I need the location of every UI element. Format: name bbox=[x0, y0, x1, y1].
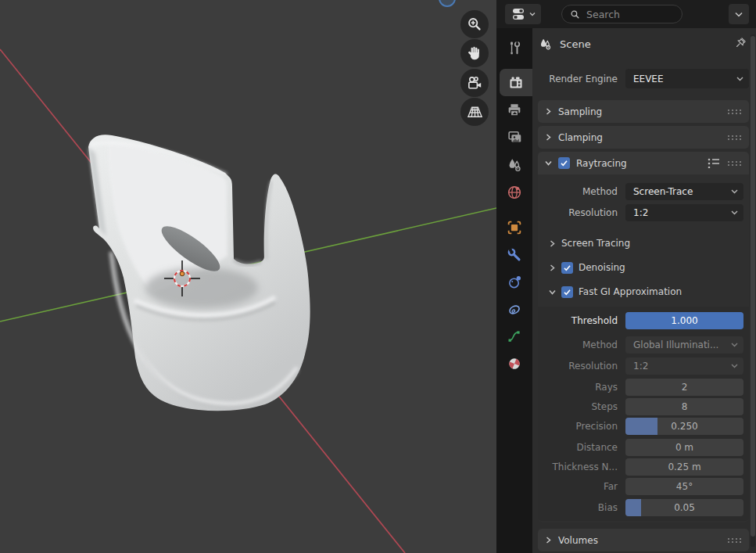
checkmark-icon bbox=[563, 288, 571, 296]
editor-type-button[interactable] bbox=[505, 4, 541, 24]
tab-constraints[interactable] bbox=[496, 296, 532, 323]
denoising-checkbox[interactable] bbox=[561, 262, 573, 274]
gi-method-row: Method Global Illuminati... bbox=[545, 336, 743, 354]
chevron-down-icon bbox=[529, 12, 536, 16]
navigation-gizmo-arc[interactable] bbox=[439, 0, 455, 6]
thickness-field[interactable]: 0.25 m bbox=[625, 458, 743, 476]
render-engine-dropdown[interactable]: EEVEE bbox=[625, 69, 749, 88]
drag-grip-icon[interactable] bbox=[727, 135, 742, 141]
zoom-button[interactable] bbox=[460, 10, 489, 38]
slider-fill bbox=[625, 499, 641, 516]
chevron-down-icon bbox=[731, 364, 738, 368]
camera-view-icon bbox=[466, 74, 484, 92]
panel-volumes[interactable]: Volumes bbox=[538, 529, 749, 551]
tab-render[interactable] bbox=[500, 69, 532, 96]
method-dropdown[interactable]: Screen-Trace bbox=[625, 183, 743, 200]
tab-object[interactable] bbox=[496, 214, 532, 241]
pan-button[interactable] bbox=[460, 39, 489, 67]
camera-view-button[interactable] bbox=[460, 69, 489, 97]
raytracing-resolution-row: Resolution 1:2 bbox=[545, 204, 743, 221]
chevron-down-icon bbox=[549, 289, 556, 296]
chevron-down-icon bbox=[731, 189, 738, 194]
resolution-label: Resolution bbox=[545, 204, 618, 221]
object-origin-dot bbox=[180, 271, 185, 276]
chevron-down-icon bbox=[731, 210, 738, 215]
drag-grip-icon[interactable] bbox=[727, 160, 742, 167]
thickness-row: Thickness N... 0.25 m bbox=[545, 458, 743, 476]
pin-icon bbox=[734, 36, 747, 49]
threshold-slider[interactable]: 1.000 bbox=[625, 312, 743, 329]
rays-label: Rays bbox=[545, 379, 618, 396]
perspective-toggle-button[interactable] bbox=[460, 98, 489, 126]
scrollbar-thumb[interactable] bbox=[751, 36, 755, 537]
panel-scrollbar[interactable] bbox=[751, 34, 755, 547]
steps-field[interactable]: 8 bbox=[625, 398, 743, 415]
bias-value: 0.05 bbox=[674, 502, 695, 513]
pin-button[interactable] bbox=[734, 36, 747, 52]
breadcrumb-scene-label[interactable]: Scene bbox=[560, 38, 591, 50]
rays-field[interactable]: 2 bbox=[625, 379, 743, 396]
panel-clamping[interactable]: Clamping bbox=[538, 126, 749, 149]
output-printer-icon bbox=[506, 102, 523, 119]
steps-row: Steps 8 bbox=[545, 398, 743, 415]
subpanel-denoising[interactable]: Denoising bbox=[549, 259, 625, 276]
panel-sampling[interactable]: Sampling bbox=[538, 100, 749, 123]
far-row: Far 45° bbox=[545, 478, 743, 495]
render-engine-value: EEVEE bbox=[633, 74, 664, 84]
panel-raytracing[interactable]: Raytracing bbox=[538, 152, 749, 174]
render-engine-label: Render Engine bbox=[532, 70, 618, 88]
object-icon bbox=[506, 219, 523, 236]
3d-viewport[interactable] bbox=[0, 0, 496, 553]
tab-output[interactable] bbox=[496, 96, 532, 124]
resolution-dropdown[interactable]: 1:2 bbox=[625, 204, 743, 221]
subpanel-label: Denoising bbox=[579, 262, 625, 273]
threshold-label: Threshold bbox=[545, 312, 618, 329]
tab-world[interactable] bbox=[496, 178, 532, 206]
gi-resolution-label: Resolution bbox=[545, 357, 618, 375]
perspective-grid-icon bbox=[466, 103, 484, 121]
panel-label: Raytracing bbox=[576, 158, 627, 169]
thickness-value: 0.25 m bbox=[668, 461, 700, 472]
tab-view-layer[interactable] bbox=[496, 124, 532, 151]
properties-editor-icon bbox=[511, 7, 527, 21]
gi-resolution-value: 1:2 bbox=[633, 361, 648, 372]
physics-icon bbox=[506, 274, 523, 291]
breadcrumb: Scene bbox=[538, 34, 591, 53]
chevron-right-icon bbox=[545, 537, 552, 544]
drag-grip-icon[interactable] bbox=[727, 109, 742, 115]
fast-gi-checkbox[interactable] bbox=[561, 286, 573, 298]
subpanel-fast-gi[interactable]: Fast GI Approximation bbox=[549, 283, 682, 300]
bias-slider[interactable]: 0.05 bbox=[625, 499, 743, 516]
world-icon bbox=[506, 184, 523, 201]
subpanel-screen-tracing[interactable]: Screen Tracing bbox=[549, 235, 630, 252]
mesh-object[interactable] bbox=[88, 135, 310, 411]
modifiers-wrench-icon bbox=[506, 246, 523, 264]
tab-scene[interactable] bbox=[496, 151, 532, 178]
tab-data[interactable] bbox=[496, 322, 532, 350]
chevron-down-icon bbox=[736, 77, 743, 81]
precision-slider[interactable]: 0.250 bbox=[625, 418, 743, 435]
tab-modifiers[interactable] bbox=[496, 241, 532, 268]
rays-value: 2 bbox=[682, 382, 688, 393]
chevron-right-icon bbox=[549, 240, 556, 247]
search-input[interactable]: Search bbox=[561, 5, 683, 23]
distance-value: 0 m bbox=[675, 442, 693, 453]
editor-options-button[interactable] bbox=[729, 4, 749, 24]
gi-resolution-dropdown[interactable]: 1:2 bbox=[625, 357, 743, 375]
tool-icon bbox=[506, 40, 523, 57]
tab-tool[interactable] bbox=[496, 34, 532, 62]
raytracing-checkbox[interactable] bbox=[558, 157, 570, 169]
gi-method-dropdown[interactable]: Global Illuminati... bbox=[625, 336, 743, 354]
raytracing-method-row: Method Screen-Trace bbox=[545, 183, 743, 200]
slider-fill bbox=[625, 418, 657, 435]
tab-physics[interactable] bbox=[496, 268, 532, 296]
distance-field[interactable]: 0 m bbox=[625, 439, 743, 456]
thickness-label: Thickness N... bbox=[545, 458, 618, 476]
tab-material[interactable] bbox=[496, 350, 532, 377]
properties-header-bar: Search bbox=[496, 0, 756, 28]
gi-resolution-row: Resolution 1:2 bbox=[545, 357, 743, 375]
gi-method-value: Global Illuminati... bbox=[633, 339, 718, 350]
drag-grip-icon[interactable] bbox=[727, 537, 742, 544]
presets-list-icon[interactable] bbox=[708, 157, 720, 168]
far-field[interactable]: 45° bbox=[625, 478, 743, 495]
